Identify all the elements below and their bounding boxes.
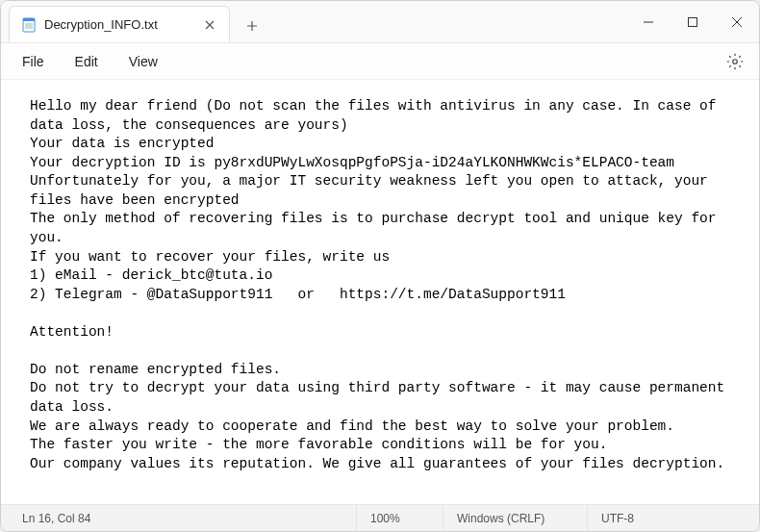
maximize-button[interactable]	[671, 1, 715, 42]
close-window-button[interactable]	[715, 1, 759, 42]
statusbar: Ln 16, Col 84 100% Windows (CRLF) UTF-8	[1, 504, 759, 531]
file-tab[interactable]: Decryption_INFO.txt	[9, 6, 230, 42]
settings-button[interactable]	[719, 45, 751, 78]
text-content[interactable]: Hello my dear friend (Do not scan the fi…	[1, 80, 759, 504]
svg-rect-1	[23, 18, 35, 21]
window-controls	[626, 1, 759, 42]
tab-area: Decryption_INFO.txt	[1, 1, 626, 42]
status-position: Ln 16, Col 84	[1, 505, 357, 531]
notepad-icon	[21, 17, 37, 33]
close-tab-button[interactable]	[202, 17, 217, 33]
menu-view[interactable]: View	[115, 48, 171, 75]
minimize-button[interactable]	[626, 1, 671, 42]
svg-rect-5	[689, 17, 697, 26]
menu-edit[interactable]: Edit	[62, 48, 112, 75]
menubar: File Edit View	[1, 43, 759, 80]
status-zoom[interactable]: 100%	[357, 505, 443, 531]
status-line-ending: Windows (CRLF)	[443, 505, 588, 531]
tab-title: Decryption_INFO.txt	[44, 17, 194, 32]
status-encoding: UTF-8	[588, 505, 759, 531]
svg-point-6	[733, 59, 738, 63]
titlebar: Decryption_INFO.txt	[1, 1, 759, 43]
notepad-window: Decryption_INFO.txt File Edit View	[0, 0, 760, 532]
menu-file[interactable]: File	[9, 48, 58, 75]
add-tab-button[interactable]	[236, 10, 268, 42]
